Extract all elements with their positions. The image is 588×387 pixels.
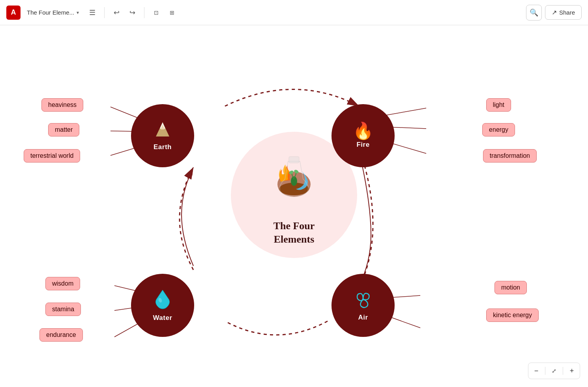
zoom-out-button[interactable]: −	[530, 365, 543, 377]
connect-button[interactable]: ⊡	[149, 6, 163, 20]
fire-label: Fire	[356, 141, 369, 149]
toolbar-right: 🔍 ↗ Share	[526, 5, 582, 21]
air-circle: Air	[331, 274, 395, 337]
chevron-down-icon: ▾	[77, 10, 79, 15]
zoom-controls: − ⤢ +	[528, 363, 580, 379]
flask-svg	[268, 150, 320, 201]
water-icon	[154, 289, 171, 312]
fire-circle: 🔥 Fire	[331, 104, 395, 167]
frame-button[interactable]: ⊞	[165, 6, 179, 20]
air-tag-motion: motion	[494, 281, 527, 294]
water-label: Water	[153, 314, 172, 322]
zoom-in-button[interactable]: +	[566, 365, 578, 377]
elements-icon	[266, 148, 322, 203]
toolbar: A The Four Eleme... ▾ ☰ ↩ ↪ ⊡ ⊞ 🔍 ↗ Shar…	[0, 0, 588, 25]
share-icon: ↗	[552, 9, 557, 16]
earth-tag-matter: matter	[48, 123, 79, 136]
earth-label: Earth	[154, 143, 172, 151]
earth-tag-heaviness: heaviness	[41, 98, 83, 112]
fire-tag-energy: energy	[482, 123, 515, 136]
fire-tag-transformation: transformation	[483, 149, 537, 163]
insert-controls: ⊡ ⊞	[149, 6, 179, 20]
air-label: Air	[358, 314, 368, 322]
earth-tag-terrestrial: terrestrial world	[24, 149, 80, 163]
water-tag-wisdom: wisdom	[45, 277, 80, 290]
share-label: Share	[559, 9, 575, 16]
air-tag-kinetic: kinetic energy	[486, 308, 539, 322]
undo-button[interactable]: ↩	[109, 6, 124, 20]
svg-rect-20	[289, 157, 299, 163]
center-title: The Four Elements	[273, 219, 315, 246]
redo-button[interactable]: ↪	[125, 6, 139, 20]
water-tag-stamina: stamina	[45, 303, 81, 316]
app-icon: A	[6, 6, 21, 20]
canvas: The Four Elements Earth heaviness matter…	[0, 25, 588, 387]
water-tag-endurance: endurance	[39, 328, 83, 342]
earth-circle: Earth	[131, 104, 194, 167]
air-icon	[353, 290, 373, 312]
fire-icon: 🔥	[353, 123, 373, 139]
search-button[interactable]: 🔍	[526, 5, 542, 21]
toolbar-separator-2	[144, 7, 144, 18]
zoom-separator	[545, 367, 545, 375]
fire-tag-light: light	[486, 98, 511, 112]
zoom-fit-button[interactable]: ⤢	[548, 365, 560, 377]
share-button[interactable]: ↗ Share	[545, 5, 582, 20]
title-button[interactable]: The Four Eleme... ▾	[24, 7, 82, 17]
water-circle: Water	[131, 274, 194, 337]
document-title: The Four Eleme...	[27, 9, 74, 16]
earth-icon	[153, 121, 172, 142]
toolbar-separator-1	[104, 7, 105, 18]
history-controls: ↩ ↪	[109, 6, 139, 20]
svg-point-25	[362, 298, 364, 300]
zoom-separator-2	[563, 367, 563, 375]
menu-button[interactable]: ☰	[85, 6, 99, 20]
